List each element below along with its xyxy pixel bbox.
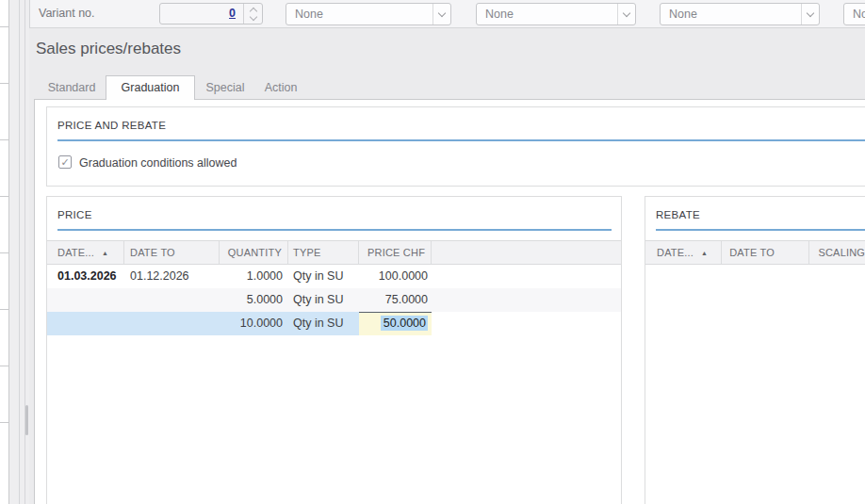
rebate-panel-title: REBATE xyxy=(656,209,700,220)
filter-dropdown-3[interactable]: None xyxy=(660,3,820,25)
variant-no-label: Variant no. xyxy=(39,7,95,20)
cell-filler xyxy=(432,265,621,288)
price-and-rebate-group: PRICE AND REBATE ✓ Graduation conditions… xyxy=(46,106,865,187)
page-title: Sales prices/rebates xyxy=(36,40,181,58)
selected-text: 50.0000 xyxy=(381,316,428,331)
app-window: Variant no. 0 None None None None Sales … xyxy=(0,0,865,504)
price-table-row-3-selected[interactable]: 10.0000 Qty in SU 50.0000 xyxy=(47,312,621,335)
cell-price[interactable]: 75.0000 xyxy=(359,288,432,312)
price-panel-title: PRICE xyxy=(57,209,92,220)
splitter-grip-handle[interactable] xyxy=(25,405,28,435)
group-title: PRICE AND REBATE xyxy=(57,120,166,131)
cell-type[interactable]: Qty in SU xyxy=(288,265,359,288)
dropdown-value: None xyxy=(477,4,617,24)
pane-splitter[interactable] xyxy=(9,0,29,504)
column-header-price-chf[interactable]: PRICE CHF xyxy=(359,241,432,264)
variant-no-spinner[interactable] xyxy=(243,4,262,24)
price-table-header: DATE...▲ DATE TO QUANTITY TYPE PRICE CHF xyxy=(47,240,621,265)
variant-no-value[interactable]: 0 xyxy=(160,4,243,24)
filter-dropdown-1[interactable]: None xyxy=(286,3,451,25)
cell-date-to[interactable]: 01.12.2026 xyxy=(124,265,220,288)
cell-date-from[interactable] xyxy=(47,288,124,312)
cell-date-to[interactable] xyxy=(124,288,220,312)
price-table-row-2[interactable]: 5.0000 Qty in SU 75.0000 xyxy=(47,288,621,312)
cell-quantity[interactable]: 1.0000 xyxy=(220,265,288,288)
graduation-conditions-checkbox[interactable]: ✓ xyxy=(58,155,72,169)
variant-toolbar: Variant no. 0 None None None None xyxy=(29,0,865,28)
group-title-rule xyxy=(57,139,865,141)
filter-dropdown-2[interactable]: None xyxy=(476,3,636,25)
column-header-date-to[interactable]: DATE TO xyxy=(722,241,809,264)
column-header-date-from[interactable]: DATE...▲ xyxy=(47,241,124,264)
cell-date-from[interactable]: 01.03.2026 xyxy=(47,265,124,288)
cell-type[interactable]: Qty in SU xyxy=(288,312,359,335)
tab-action[interactable]: Action xyxy=(260,76,302,99)
tab-special[interactable]: Special xyxy=(204,76,247,99)
cell-date-from[interactable] xyxy=(47,312,124,335)
rebate-table: DATE...▲ DATE TO SCALING xyxy=(645,240,865,504)
sort-asc-icon: ▲ xyxy=(701,250,708,256)
splitter-line xyxy=(19,0,20,504)
price-table: DATE...▲ DATE TO QUANTITY TYPE PRICE CHF… xyxy=(47,240,621,504)
cell-filler xyxy=(432,288,621,312)
chevron-down-icon[interactable] xyxy=(801,4,819,24)
column-header-quantity[interactable]: QUANTITY xyxy=(220,241,288,264)
left-pane-grid-edge[interactable] xyxy=(0,0,9,504)
column-label: DATE... xyxy=(657,247,694,258)
cell-price[interactable]: 100.0000 xyxy=(359,265,432,288)
group-title-rule xyxy=(57,229,612,231)
checkbox-label: Graduation conditions allowed xyxy=(79,156,237,170)
cell-quantity[interactable]: 10.0000 xyxy=(220,312,288,335)
filter-dropdown-4[interactable]: None xyxy=(843,3,865,25)
cell-filler xyxy=(432,312,621,335)
column-label: DATE... xyxy=(57,247,94,258)
rebate-panel: REBATE DATE...▲ DATE TO SCALING xyxy=(645,196,865,504)
column-header-filler xyxy=(432,241,621,264)
dropdown-value: None xyxy=(286,4,432,24)
cell-date-to[interactable] xyxy=(124,312,220,335)
column-header-type[interactable]: TYPE xyxy=(288,241,359,264)
cell-quantity[interactable]: 5.0000 xyxy=(220,288,288,312)
rebate-table-header: DATE...▲ DATE TO SCALING xyxy=(645,240,865,265)
price-table-row-1[interactable]: 01.03.2026 01.12.2026 1.0000 Qty in SU 1… xyxy=(47,265,621,288)
chevron-down-icon[interactable] xyxy=(432,4,450,24)
price-panel: PRICE DATE...▲ DATE TO QUANTITY TYPE PRI… xyxy=(46,196,622,504)
sort-asc-icon: ▲ xyxy=(102,250,108,256)
variant-no-input[interactable]: 0 xyxy=(159,3,263,24)
spinner-down-icon[interactable] xyxy=(249,12,256,20)
tab-graduation[interactable]: Graduation xyxy=(106,75,195,100)
dropdown-value: None xyxy=(661,4,801,24)
column-header-scaling[interactable]: SCALING xyxy=(809,241,865,264)
column-header-date-to[interactable]: DATE TO xyxy=(124,241,220,264)
cell-type[interactable]: Qty in SU xyxy=(288,288,359,312)
column-header-date-from[interactable]: DATE...▲ xyxy=(645,241,722,264)
tab-standard[interactable]: Standard xyxy=(44,76,99,99)
dropdown-value: None xyxy=(844,4,865,24)
chevron-down-icon[interactable] xyxy=(617,4,635,24)
cell-price-editing[interactable]: 50.0000 xyxy=(359,312,432,335)
group-title-rule xyxy=(656,229,865,231)
